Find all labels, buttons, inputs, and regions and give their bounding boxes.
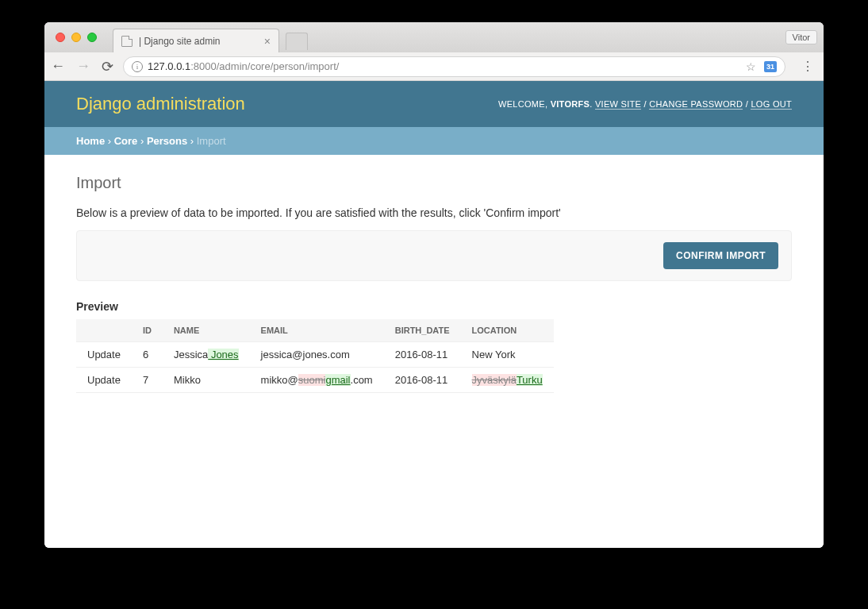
logout-link[interactable]: LOG OUT [751,99,792,110]
extension-icon[interactable]: 31 [764,61,777,72]
cell-birth-date: 2016-08-11 [384,368,461,393]
browser-profile-badge[interactable]: Vitor [785,30,817,44]
bookmark-icon[interactable]: ☆ [746,60,756,73]
diff-same: mikko@ [261,374,298,386]
nav-icons: ← → ⟳ [51,58,113,75]
diff-deleted: suomi [298,374,326,386]
view-site-link[interactable]: VIEW SITE [595,99,641,110]
url-bar: ← → ⟳ i 127.0.0.1:8000/admin/core/person… [44,52,824,81]
col-id: ID [132,319,163,342]
page-title: Import [76,174,792,192]
cell-id: 6 [132,342,163,368]
diff-inserted: Turku [517,374,543,386]
col-location: LOCATION [461,319,554,342]
tab-bar: | Django site admin × Vitor [44,22,824,52]
browser-window: | Django site admin × Vitor ← → ⟳ i 127.… [44,22,824,548]
cell-action: Update [76,342,132,368]
main-content: Import Below is a preview of data to be … [44,155,824,412]
breadcrumb-current: Import [197,135,226,147]
new-tab-button[interactable] [286,33,308,50]
confirm-import-button[interactable]: CONFIRM IMPORT [663,242,778,269]
diff-deleted: Jyväskylä [472,374,517,386]
cell-birth-date: 2016-08-11 [384,342,461,368]
cell-name: Mikko [163,368,250,393]
url-host: 127.0.0.1 [148,60,190,72]
site-title[interactable]: Django administration [76,94,245,114]
django-header: Django administration WELCOME, VITORFS. … [44,81,824,127]
page-content: Django administration WELCOME, VITORFS. … [44,81,824,548]
cell-id: 7 [132,368,163,393]
browser-tab[interactable]: | Django site admin × [113,29,279,52]
table-row: Update6Jessica Jonesjessica@jones.com201… [76,342,554,368]
address-bar[interactable]: i 127.0.0.1:8000/admin/core/person/impor… [123,56,785,77]
window-maximize-icon[interactable] [87,33,97,42]
diff-same: Mikko [174,374,201,386]
welcome-text: WELCOME, [498,99,551,109]
back-button[interactable]: ← [51,58,65,75]
diff-same: jessica@jones.com [261,349,350,360]
window-minimize-icon[interactable] [71,33,81,42]
table-row: Update7Mikkomikko@suomigmail.com2016-08-… [76,368,554,393]
forward-button[interactable]: → [76,58,90,75]
page-icon [121,36,133,47]
breadcrumb-app[interactable]: Core [114,135,138,147]
col-name: NAME [163,319,250,342]
preview-heading: Preview [76,300,792,313]
help-text: Below is a preview of data to be importe… [76,206,792,219]
col-email: EMAIL [250,319,384,342]
cell-name: Jessica Jones [163,342,250,368]
diff-inserted: Jones [208,349,238,360]
breadcrumb: Home › Core › Persons › Import [44,127,824,155]
cell-location: JyväskyläTurku [461,368,554,393]
site-info-icon[interactable]: i [132,61,143,72]
diff-inserted: gmail [325,374,350,386]
browser-menu-icon[interactable]: ⋮ [801,59,814,74]
reload-button[interactable]: ⟳ [102,58,113,75]
diff-same: Jessica [174,349,208,360]
user-tools: WELCOME, VITORFS. VIEW SITE / CHANGE PAS… [498,99,792,109]
cell-location: New York [461,342,554,368]
col-action [76,319,132,342]
traffic-lights [56,33,97,42]
breadcrumb-home[interactable]: Home [76,135,105,147]
preview-table: ID NAME EMAIL BIRTH_DATE LOCATION Update… [76,319,554,393]
diff-same: New York [472,349,516,360]
col-birth-date: BIRTH_DATE [384,319,461,342]
tab-close-icon[interactable]: × [264,35,271,48]
cell-email: mikko@suomigmail.com [250,368,384,393]
diff-same: .com [351,374,373,386]
change-password-link[interactable]: CHANGE PASSWORD [649,99,743,110]
tab-title: | Django site admin [139,36,221,47]
action-row: CONFIRM IMPORT [76,230,792,281]
url-path: :8000/admin/core/person/import/ [190,60,339,72]
window-close-icon[interactable] [56,33,65,42]
cell-email: jessica@jones.com [250,342,384,368]
breadcrumb-model[interactable]: Persons [147,135,187,147]
username: VITORFS [551,99,590,109]
cell-action: Update [76,368,132,393]
url-right-icons: ☆ 31 [746,60,777,73]
url-text: 127.0.0.1:8000/admin/core/person/import/ [148,60,339,72]
